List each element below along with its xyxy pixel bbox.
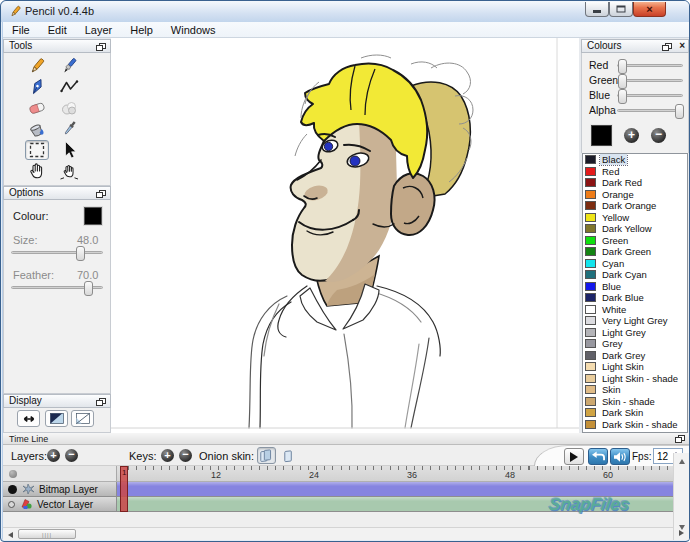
blue-slider-handle[interactable] xyxy=(618,89,627,104)
all-layers-visibility-dot[interactable] xyxy=(9,470,17,478)
pen-tool-button[interactable] xyxy=(25,77,49,97)
hand-tool-button[interactable] xyxy=(25,161,49,181)
remove-colour-button[interactable]: − xyxy=(651,128,666,143)
hscroll-left-icon[interactable] xyxy=(8,532,13,538)
red-slider[interactable] xyxy=(617,64,683,67)
feather-slider-handle[interactable] xyxy=(84,281,93,296)
keys-label: Keys: xyxy=(129,450,157,462)
vscroll-up-icon[interactable] xyxy=(679,459,685,464)
swatch-chip xyxy=(585,201,596,210)
swatch-row[interactable]: Dark Orange xyxy=(583,200,687,212)
colours-float-icon[interactable] xyxy=(662,43,672,51)
bitmap-layer-visibility-dot[interactable] xyxy=(8,485,17,494)
sound-button[interactable] xyxy=(610,448,630,465)
tools-float-icon[interactable] xyxy=(96,43,106,51)
eraser-tool-button[interactable] xyxy=(25,98,49,118)
display-mirror-horizontal-button[interactable] xyxy=(45,410,68,427)
remove-layer-button[interactable]: − xyxy=(65,449,78,462)
swatch-row[interactable]: Grey xyxy=(583,338,687,350)
minimize-button[interactable] xyxy=(585,2,609,17)
current-colour-swatch[interactable] xyxy=(84,207,102,225)
swatch-row[interactable]: White xyxy=(583,304,687,316)
display-float-icon[interactable] xyxy=(96,398,106,406)
move-tool-button[interactable] xyxy=(57,140,81,160)
menu-help[interactable]: Help xyxy=(121,22,162,38)
brush-tool-button[interactable] xyxy=(57,56,81,76)
swatch-row[interactable]: Dark Red xyxy=(583,177,687,189)
vector-layer-visibility-dot[interactable] xyxy=(8,501,15,508)
menu-layer[interactable]: Layer xyxy=(76,22,122,38)
swatch-row[interactable]: Cyan xyxy=(583,258,687,270)
swatch-row[interactable]: Orange xyxy=(583,189,687,201)
display-scrub-button[interactable] xyxy=(17,410,40,427)
maximize-button[interactable] xyxy=(609,2,633,17)
alpha-slider-label: Alpha xyxy=(589,104,616,116)
add-colour-button[interactable]: + xyxy=(624,128,639,143)
play-button[interactable] xyxy=(564,448,584,465)
pan-tool-button[interactable] xyxy=(57,161,81,181)
bitmap-layer-header[interactable]: Bitmap Layer xyxy=(3,482,117,497)
swatch-row[interactable]: Yellow xyxy=(583,212,687,224)
hscroll-right-icon[interactable] xyxy=(679,530,684,536)
swatch-row[interactable]: Light Skin xyxy=(583,361,687,373)
select-tool-button[interactable] xyxy=(25,140,49,160)
swatch-row[interactable]: Blue xyxy=(583,281,687,293)
loop-button[interactable] xyxy=(588,448,608,465)
display-mirror-vertical-button[interactable] xyxy=(71,410,94,427)
green-slider-handle[interactable] xyxy=(618,74,627,89)
add-key-button[interactable]: + xyxy=(161,449,174,462)
colours-panel-titlebar: Colours × xyxy=(581,39,689,53)
swatch-row[interactable]: Dark Green xyxy=(583,246,687,258)
close-button[interactable]: × xyxy=(633,2,666,17)
swatch-row[interactable]: Skin xyxy=(583,384,687,396)
timeline-vscrollbar[interactable] xyxy=(673,453,689,540)
swatch-row[interactable]: Red xyxy=(583,166,687,178)
playhead[interactable]: 1 xyxy=(120,466,128,512)
swatch-row[interactable]: Dark Grey xyxy=(583,350,687,362)
eyedropper-icon xyxy=(59,119,79,139)
swatch-row[interactable]: Dark Blue xyxy=(583,292,687,304)
swatch-row[interactable]: Green xyxy=(583,235,687,247)
size-slider-handle[interactable] xyxy=(76,246,85,261)
menu-windows[interactable]: Windows xyxy=(162,22,225,38)
options-float-icon[interactable] xyxy=(96,190,106,198)
swatch-name: Dark Blue xyxy=(600,292,646,303)
menu-file[interactable]: File xyxy=(3,22,39,38)
remove-key-button[interactable]: − xyxy=(179,449,192,462)
menu-edit[interactable]: Edit xyxy=(39,22,76,38)
swatch-row[interactable]: Dark Skin xyxy=(583,407,687,419)
add-layer-button[interactable]: + xyxy=(47,449,60,462)
horizontal-arrows-icon xyxy=(20,413,38,425)
timeline-ruler[interactable]: 1224364860 xyxy=(117,466,673,482)
swatch-row[interactable]: Light Skin - shade xyxy=(583,373,687,385)
alpha-slider-handle[interactable] xyxy=(675,104,684,119)
swatch-row[interactable]: Skin - shade xyxy=(583,396,687,408)
onion-skin-next-button[interactable] xyxy=(279,447,298,464)
vector-layer-header[interactable]: Vector Layer xyxy=(3,497,117,512)
bucket-tool-button[interactable] xyxy=(25,119,49,139)
feather-slider[interactable] xyxy=(11,286,103,289)
swatch-row[interactable]: Dark Skin - shade xyxy=(583,419,687,431)
swatch-row[interactable]: Black xyxy=(583,154,687,166)
blue-slider[interactable] xyxy=(617,94,683,97)
smudge-tool-button[interactable] xyxy=(57,98,81,118)
swatch-row[interactable]: Light Grey xyxy=(583,327,687,339)
pencil-tool-button[interactable] xyxy=(25,56,49,76)
timeline-float-icon[interactable] xyxy=(675,435,685,443)
hscroll-thumb[interactable]: |||| xyxy=(18,529,76,539)
canvas-drawing xyxy=(111,38,579,433)
alpha-slider[interactable] xyxy=(617,109,683,112)
timeline-hscrollbar[interactable]: |||| xyxy=(3,527,673,540)
eyedropper-tool-button[interactable] xyxy=(57,119,81,139)
swatch-row[interactable]: Dark Cyan xyxy=(583,269,687,281)
selected-colour-preview[interactable] xyxy=(591,125,612,146)
size-slider[interactable] xyxy=(11,251,103,254)
colours-close-icon[interactable]: × xyxy=(679,40,685,52)
drawing-canvas[interactable] xyxy=(111,38,579,433)
polyline-tool-button[interactable] xyxy=(57,77,81,97)
red-slider-handle[interactable] xyxy=(618,59,627,74)
swatch-row[interactable]: Very Light Grey xyxy=(583,315,687,327)
onion-skin-prev-button[interactable] xyxy=(257,447,276,464)
swatch-row[interactable]: Dark Yellow xyxy=(583,223,687,235)
green-slider[interactable] xyxy=(617,79,683,82)
